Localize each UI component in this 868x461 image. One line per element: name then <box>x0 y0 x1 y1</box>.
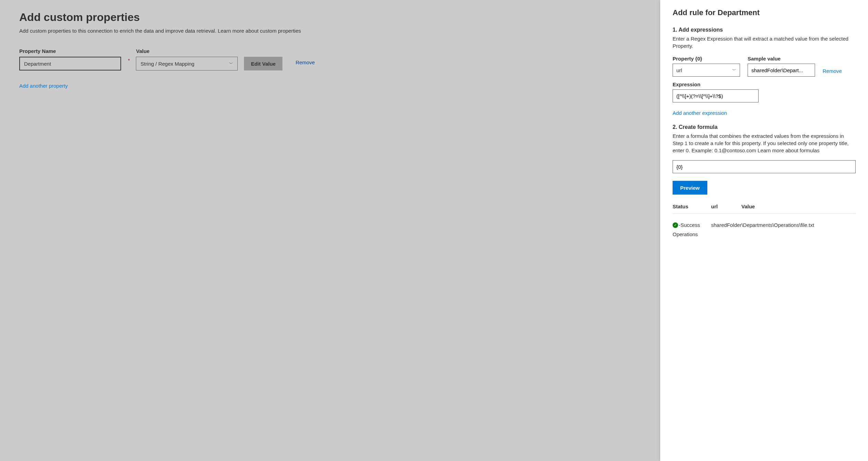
chevron-down-icon: ﹀ <box>229 61 233 67</box>
add-expression-link[interactable]: Add another expression <box>673 110 727 116</box>
section1-heading: 1. Add expressions <box>673 27 856 33</box>
chevron-down-icon: ﹀ <box>732 67 736 73</box>
edit-value-button[interactable]: Edit Value <box>244 57 282 70</box>
page-description: Add custom properties to this connection… <box>19 28 329 34</box>
status-header: Status <box>673 204 711 209</box>
result-row: ✓ -Success sharedFolder\Departments\Oper… <box>673 214 856 228</box>
required-indicator: * <box>128 58 130 63</box>
status-text: -Success <box>679 222 700 228</box>
property-dropdown-value: url <box>676 67 682 73</box>
preview-button[interactable]: Preview <box>673 181 707 195</box>
add-another-property-link[interactable]: Add another property <box>19 83 68 89</box>
formula-input[interactable] <box>673 160 856 173</box>
url-cell: sharedFolder\Departments\Operations\file… <box>711 222 856 228</box>
property-name-input[interactable] <box>19 57 121 70</box>
success-icon: ✓ <box>673 222 678 228</box>
property-dropdown-label: Property {0} <box>673 56 740 62</box>
url-header: url <box>711 204 741 209</box>
sample-value-input[interactable] <box>748 64 815 77</box>
expression-input[interactable] <box>673 89 759 102</box>
section2-heading: 2. Create formula <box>673 124 856 130</box>
value-label: Value <box>136 48 238 54</box>
result-header-row: Status url Value <box>673 204 856 214</box>
property-name-label: Property Name <box>19 48 121 54</box>
value-dropdown-text: String / Regex Mapping <box>140 61 194 67</box>
value-cell: Operations <box>673 228 856 237</box>
section1-description: Enter a Regex Expression that will extra… <box>673 35 856 50</box>
panel-title: Add rule for Department <box>673 8 856 17</box>
side-panel: Add rule for Department 1. Add expressio… <box>660 0 868 461</box>
section2-description: Enter a formula that combines the extrac… <box>673 132 856 154</box>
remove-property-link[interactable]: Remove <box>296 59 315 65</box>
property-dropdown[interactable]: url ﹀ <box>673 64 740 77</box>
sample-value-label: Sample value <box>748 56 815 62</box>
value-header: Value <box>741 204 856 209</box>
expression-label: Expression <box>673 81 856 87</box>
remove-expression-link[interactable]: Remove <box>823 68 842 74</box>
value-dropdown[interactable]: String / Regex Mapping ﹀ <box>136 57 238 70</box>
